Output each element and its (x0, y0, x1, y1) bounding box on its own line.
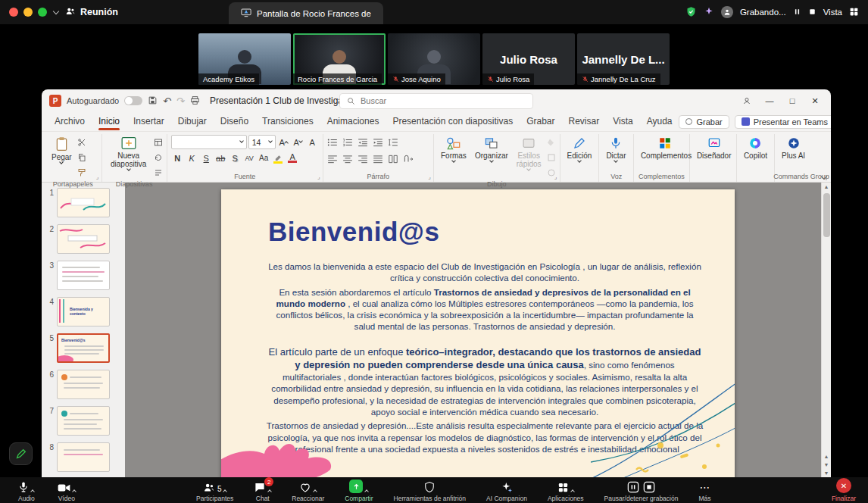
new-slide-button[interactable]: Nueva diapositiva (106, 135, 151, 172)
font-name-select[interactable] (171, 135, 247, 149)
slide-thumb-2[interactable]: 2 (44, 224, 121, 254)
video-tile-jannelly[interactable]: Jannelly De L... Jannelly De La Cruz (577, 33, 670, 85)
slide-thumb-1[interactable]: 1 (44, 188, 121, 217)
columns-icon[interactable] (388, 153, 398, 167)
underline-button[interactable]: S (200, 152, 213, 164)
tab-diseno[interactable]: Diseño (214, 114, 255, 130)
cut-icon[interactable] (77, 136, 86, 150)
text-shadow-button[interactable]: S (229, 152, 242, 164)
chevron-up-icon[interactable] (31, 489, 36, 494)
text-direction-icon[interactable] (403, 153, 414, 167)
dialog-launcher-icon[interactable]: ⌟ (428, 173, 431, 180)
change-case-button[interactable]: Aa (258, 152, 270, 164)
toolbar-chat[interactable]: 2 Chat (254, 480, 271, 502)
toolbar-more[interactable]: ⋯ Más (698, 480, 710, 502)
view-label[interactable]: Vista (823, 8, 842, 17)
chevron-up-icon[interactable] (72, 489, 76, 494)
pause-recording-button[interactable] (627, 481, 639, 493)
tab-animaciones[interactable]: Animaciones (320, 114, 386, 130)
stop-recording-icon[interactable] (808, 8, 816, 17)
toolbar-video[interactable]: Vídeo (58, 480, 76, 502)
addins-button[interactable]: Complementos (638, 135, 692, 161)
chevron-up-icon[interactable] (365, 489, 370, 494)
chevron-up-icon[interactable] (570, 489, 575, 494)
vertical-scrollbar[interactable]: ▲ ▲ ▼ ▼ (821, 183, 831, 477)
minimize-window-button[interactable] (23, 8, 33, 17)
slide-thumb-7[interactable]: 7 (44, 406, 121, 436)
redo-icon[interactable]: ↷ (176, 96, 185, 106)
dictate-button[interactable]: Dictar (603, 135, 629, 164)
slide-thumb-5-selected[interactable]: 5 Bienvenid@s (44, 333, 121, 363)
scroll-up-icon[interactable]: ▲ (824, 183, 829, 191)
video-tile-academy-etikos[interactable]: Academy Etikos (198, 33, 291, 85)
editing-button[interactable]: Edición (564, 135, 595, 164)
tab-dibujar[interactable]: Dibujar (171, 114, 214, 130)
close-button[interactable]: ✕ (804, 90, 826, 111)
ribbon-options-icon[interactable] (735, 90, 758, 111)
quick-styles-button[interactable]: Estilos rápidos (514, 135, 545, 172)
previous-slide-icon[interactable]: ▲ (824, 452, 829, 461)
dialog-launcher-icon[interactable]: ⌟ (96, 173, 99, 180)
font-size-select[interactable]: 14 (248, 135, 276, 149)
search-input[interactable]: Buscar (339, 93, 533, 109)
reset-slide-icon[interactable] (154, 152, 163, 165)
pause-recording-icon[interactable] (793, 8, 801, 17)
justify-icon[interactable] (373, 153, 383, 167)
bold-button[interactable]: N (171, 152, 184, 164)
slide-editing-area[interactable]: Bienvenid@s Les damos la bienvenida a es… (125, 183, 831, 477)
tab-archivo[interactable]: Archivo (48, 114, 92, 130)
print-icon[interactable] (190, 95, 200, 107)
stop-recording-button[interactable] (643, 481, 655, 493)
shared-screen-tab[interactable]: Pantalla de Rocio Frances de (229, 2, 383, 24)
video-tile-julio-rosa[interactable]: Julio Rosa Julio Rosa (482, 33, 575, 85)
video-tile-jose-aquino[interactable]: Jose Aquino (388, 33, 480, 85)
toolbar-recording-controls[interactable]: Pausar/detener grabación (604, 480, 679, 502)
toolbar-apps[interactable]: Aplicaciones (548, 480, 584, 502)
align-center-icon[interactable] (342, 153, 353, 167)
slide-thumb-6[interactable]: 6 (44, 370, 121, 399)
decrease-indent-icon[interactable] (358, 136, 368, 150)
ai-sparkle-icon[interactable] (704, 6, 714, 18)
current-slide[interactable]: Bienvenid@s Les damos la bienvenida a es… (221, 189, 735, 477)
slide-thumb-8[interactable]: 8 (44, 442, 121, 472)
meeting-menu[interactable]: Reunión (65, 6, 118, 19)
annotate-button[interactable] (9, 442, 33, 465)
chevron-up-icon[interactable] (267, 489, 272, 494)
fullscreen-window-button[interactable] (38, 8, 47, 17)
slide-thumb-3[interactable]: 3 (44, 261, 121, 290)
toolbar-end-meeting[interactable]: ✕ Finalizar (832, 480, 856, 502)
tab-inicio[interactable]: Inicio (92, 114, 126, 130)
close-window-button[interactable] (9, 8, 18, 17)
shapes-button[interactable]: Formas (438, 135, 470, 164)
font-color-button[interactable]: A (286, 152, 299, 164)
save-icon[interactable] (148, 95, 158, 107)
shrink-font-button[interactable]: A (292, 136, 304, 148)
increase-indent-icon[interactable] (373, 136, 383, 150)
tab-transiciones[interactable]: Transiciones (255, 114, 320, 130)
shape-outline-icon[interactable] (547, 152, 556, 165)
line-spacing-icon[interactable] (388, 136, 398, 150)
copilot-button[interactable]: Copilot (741, 135, 770, 161)
bullets-icon[interactable] (327, 136, 338, 150)
tab-ayuda[interactable]: Ayuda (640, 114, 679, 130)
video-tile-rocio-frances[interactable]: Rocio Frances de Garcia (293, 33, 386, 85)
dialog-launcher-icon[interactable]: ⌟ (317, 173, 320, 180)
align-left-icon[interactable] (327, 153, 338, 167)
highlight-color-button[interactable] (272, 152, 285, 164)
strikethrough-button[interactable]: ab (214, 152, 227, 164)
toolbar-audio[interactable]: Audio (18, 480, 35, 502)
security-shield-icon[interactable] (685, 6, 697, 19)
autosave-toggle[interactable] (124, 96, 142, 105)
toolbar-host-tools[interactable]: Herramientas de anfitrión (394, 480, 466, 502)
paste-button[interactable]: Pegar (48, 135, 75, 165)
clear-formatting-button[interactable]: A (306, 136, 319, 148)
toolbar-react[interactable]: Reaccionar (292, 480, 324, 502)
align-right-icon[interactable] (358, 153, 368, 167)
designer-button[interactable]: Diseñador (694, 135, 735, 161)
next-slide-icon[interactable]: ▼ (824, 461, 829, 469)
chevron-down-icon[interactable] (53, 8, 59, 14)
italic-button[interactable]: K (186, 152, 198, 164)
section-icon[interactable] (154, 167, 163, 180)
arrange-button[interactable]: Organizar (472, 135, 511, 164)
toolbar-share-screen[interactable]: Compartir (345, 480, 373, 502)
